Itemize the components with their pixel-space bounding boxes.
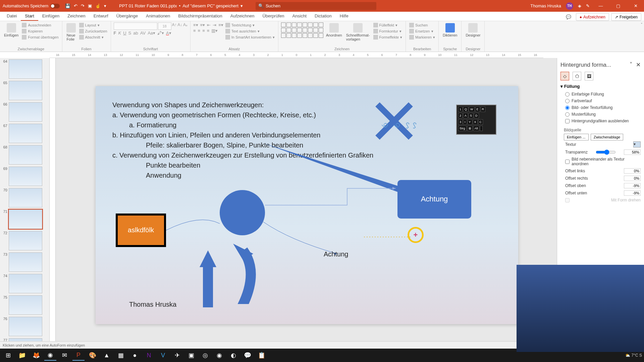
strike-button[interactable]: S	[128, 31, 131, 36]
offset-left-field[interactable]	[624, 168, 641, 174]
slide-thumb-70[interactable]: 70	[1, 188, 48, 207]
vscode-icon[interactable]: V	[157, 350, 169, 361]
redo-icon[interactable]: ↷	[81, 3, 85, 8]
clipboard-picture-button[interactable]: Zwischenablage	[591, 134, 624, 140]
close-button[interactable]: ✕	[629, 0, 642, 12]
slide-thumb-67[interactable]: 67	[1, 124, 48, 143]
align-left-button[interactable]: ≡	[193, 28, 196, 33]
user-name[interactable]: Thomas Hruska	[530, 3, 561, 8]
app6-icon[interactable]: ◐	[227, 350, 239, 361]
effects-tab-icon[interactable]: ⬠	[573, 72, 581, 80]
tab-übergänge[interactable]: Übergänge	[112, 12, 142, 21]
app-icon[interactable]: 🎨	[87, 350, 99, 361]
firefox-icon[interactable]: 🦊	[30, 350, 42, 361]
italic-button[interactable]: K	[118, 31, 121, 36]
avatar[interactable]: TH	[566, 2, 573, 10]
slide-thumb-66[interactable]: 66	[1, 102, 48, 122]
font-color-button[interactable]: A▾	[166, 31, 171, 36]
save-icon[interactable]: 💾	[65, 3, 70, 8]
curved-arrow[interactable]	[223, 244, 257, 304]
vlc-icon[interactable]: ▲	[101, 350, 113, 361]
tab-datei[interactable]: Datei	[3, 12, 21, 21]
slide-thumb-69[interactable]: 69	[1, 167, 48, 186]
transparency-field[interactable]	[624, 149, 641, 155]
shape-fill-button[interactable]: Fülleffekt ▾	[373, 22, 403, 28]
weather-widget[interactable]: ⛅ 7°C S	[625, 353, 642, 358]
numbering-button[interactable]: ≡▾	[200, 22, 205, 27]
slide-canvas[interactable]: Verwendung von Shapes und Zeichenwerkzeu…	[50, 58, 557, 352]
tab-animationen[interactable]: Animationen	[142, 12, 174, 21]
shape-outline-button[interactable]: Formkontur ▾	[373, 28, 403, 34]
app5-icon[interactable]: ◉	[213, 350, 225, 361]
paste-button[interactable]: Einfügen	[3, 22, 20, 38]
tab-entwurf[interactable]: Entwurf	[90, 12, 112, 21]
slide-thumb-75[interactable]: 75	[1, 295, 48, 315]
slide-thumb-71[interactable]: 71	[1, 209, 48, 229]
spacing-button[interactable]: AV	[140, 31, 146, 36]
columns-button[interactable]: ▥▾	[211, 28, 218, 33]
pane-close-icon[interactable]: ✕	[636, 62, 641, 68]
layout-button[interactable]: Layout ▾	[78, 22, 108, 28]
select-button[interactable]: Markieren ▾	[409, 35, 436, 40]
start-button[interactable]: ⊞	[2, 350, 14, 361]
arrange-button[interactable]: Anordnen	[325, 22, 343, 38]
collapse-ribbon-icon[interactable]: ˅	[641, 22, 643, 27]
replace-button[interactable]: Ersetzen ▾	[409, 28, 436, 34]
tab-dictation[interactable]: Dictation	[311, 12, 336, 21]
fill-section-header[interactable]: ▾ Füllung	[560, 84, 641, 89]
app2-icon[interactable]: ▦	[115, 350, 127, 361]
slide-thumb-64[interactable]: 64	[1, 59, 48, 79]
qat-more-icon[interactable]: ▾	[104, 3, 106, 8]
texture-picker[interactable]: ▾	[633, 141, 641, 147]
font-size-select[interactable]: 18	[158, 22, 171, 30]
picture-tab-icon[interactable]: 🖼	[585, 72, 593, 80]
align-center-button[interactable]: ≡	[198, 28, 201, 33]
section-button[interactable]: Abschnitt ▾	[78, 35, 108, 40]
tab-aufzeichnen[interactable]: Aufzeichnen	[226, 12, 259, 21]
tab-bildschirmpräsentation[interactable]: Bildschirmpräsentation	[174, 12, 226, 21]
pane-options-icon[interactable]: ˅	[630, 62, 633, 68]
touch-icon[interactable]: ☝	[95, 3, 101, 8]
case-button[interactable]: Aa▾	[148, 31, 155, 36]
minimize-button[interactable]: —	[594, 0, 607, 12]
offset-bottom-field[interactable]	[624, 190, 641, 196]
bold-button[interactable]: F	[114, 31, 116, 36]
maximize-button[interactable]: ▢	[612, 0, 625, 12]
share-button[interactable]: ↗ Freigeben	[611, 13, 641, 21]
blue-up-arrow[interactable]	[200, 250, 216, 267]
fill-gradient-radio[interactable]: Farbverlauf	[560, 98, 641, 104]
justify-button[interactable]: ≡	[207, 28, 210, 33]
slide-panel[interactable]: 6465666768697071727374757677	[0, 58, 50, 352]
slide-thumb-68[interactable]: 68	[1, 145, 48, 165]
slide-thumb-65[interactable]: 65	[1, 81, 48, 100]
comments-icon[interactable]: 💬	[563, 13, 574, 21]
record-button[interactable]: ● Aufzeichnen	[576, 13, 609, 21]
offset-top-field[interactable]	[624, 183, 641, 188]
obs-icon[interactable]: ◎	[199, 350, 211, 361]
search-input[interactable]: 🔍 Suchen	[256, 2, 376, 10]
fill-picture-radio[interactable]: Bild- oder Texturfüllung	[560, 104, 641, 111]
insert-picture-button[interactable]: Einfügen ...	[564, 134, 589, 140]
align-right-button[interactable]: ≡	[202, 28, 205, 33]
tab-zeichnen[interactable]: Zeichnen	[63, 12, 89, 21]
reset-button[interactable]: Zurücksetzen	[78, 28, 108, 34]
diamond-icon[interactable]: ◈	[578, 3, 581, 8]
slideshow-icon[interactable]: ▣	[88, 3, 92, 8]
fill-pattern-radio[interactable]: Musterfüllung	[560, 111, 641, 118]
quick-styles-button[interactable]: Schnellformat- vorlagen	[345, 22, 371, 42]
tab-hilfe[interactable]: Hilfe	[336, 12, 353, 21]
slide[interactable]: Verwendung von Shapes und Zeichenwerkzeu…	[96, 86, 518, 324]
app7-icon[interactable]: 💬	[241, 350, 254, 361]
tab-start[interactable]: Start	[21, 12, 38, 21]
transparency-slider[interactable]	[596, 149, 616, 155]
shadow-button[interactable]: ab	[133, 31, 138, 36]
fill-solid-radio[interactable]: Einfarbige Füllung	[560, 91, 641, 98]
autosave-toggle[interactable]: Automatisches Speichern	[3, 4, 60, 8]
tab-einfügen[interactable]: Einfügen	[38, 12, 63, 21]
filename[interactable]: PPT 01 Roter Faden 001.pptx • Auf "diese…	[119, 3, 243, 8]
app8-icon[interactable]: 📋	[256, 350, 268, 361]
orange-rect[interactable]: aslkdfölk	[116, 214, 166, 247]
tile-checkbox[interactable]: Bild nebeneinander als Textur anordnen	[560, 156, 641, 167]
slide-thumb-73[interactable]: 73	[1, 252, 48, 272]
hide-bg-checkbox[interactable]: Hintergrundgrafiken ausblenden	[560, 118, 641, 124]
